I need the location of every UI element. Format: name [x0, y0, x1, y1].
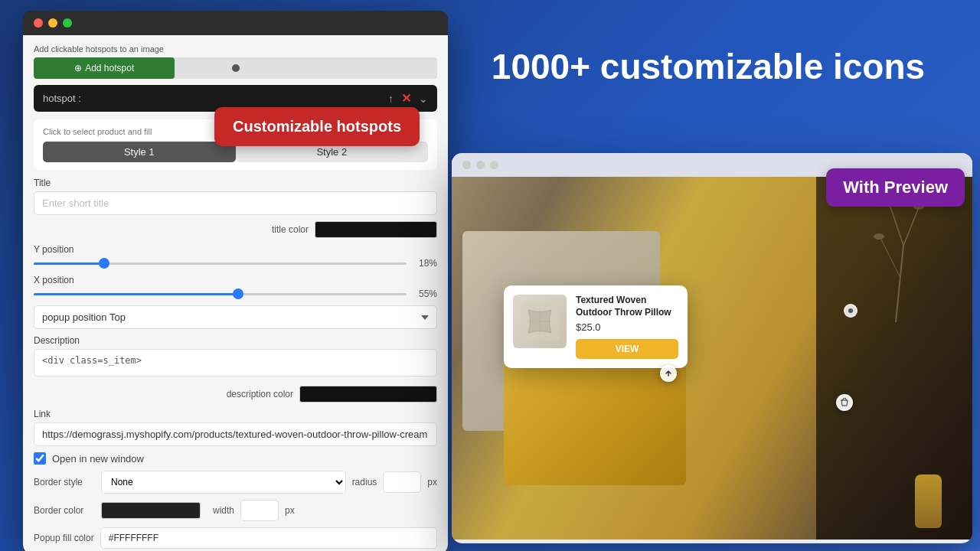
open-new-window-checkbox[interactable] — [34, 452, 46, 465]
border-style-label: Border style — [34, 477, 95, 487]
border-style-row: Border style None Solid Dashed radius px — [34, 471, 437, 494]
y-slider-container: 18% — [34, 258, 437, 269]
description-label: Description — [34, 335, 437, 346]
product-popup: Textured Woven Outdoor Throw Pillow $25.… — [504, 285, 688, 368]
preview-btn-2 — [476, 161, 485, 169]
link-label: Link — [34, 409, 437, 419]
description-color-row: description color — [34, 386, 437, 403]
right-section: 1000+ customizable icons — [436, 0, 980, 551]
add-hotspot-label: Add hotspot — [85, 63, 134, 73]
y-position-slider[interactable] — [34, 262, 407, 265]
link-input[interactable] — [34, 422, 437, 446]
title-label: Title — [34, 178, 437, 188]
hotspots-badge-text: Customizable hotspots — [233, 118, 401, 135]
bedroom-scene: Textured Woven Outdoor Throw Pillow $25.… — [452, 177, 972, 540]
svg-line-0 — [896, 246, 903, 322]
description-color-label: description color — [227, 389, 293, 399]
product-thumbnail — [513, 295, 567, 348]
svg-line-2 — [903, 207, 919, 246]
preview-badge: With Preview — [826, 168, 965, 207]
width-px: px — [285, 505, 295, 516]
minimize-button[interactable] — [48, 18, 57, 28]
popup-fill-input[interactable] — [100, 527, 437, 549]
x-position-value: 55% — [413, 289, 437, 299]
hotspot-dot-2[interactable] — [836, 394, 853, 411]
title-group: Title — [34, 178, 437, 215]
border-color-swatch[interactable] — [101, 502, 201, 519]
title-color-swatch[interactable] — [315, 221, 437, 238]
progress-label: Add clickable hotspots to an image — [34, 44, 437, 54]
preview-image: Textured Woven Outdoor Throw Pillow $25.… — [452, 177, 972, 540]
x-position-label: X position — [34, 275, 437, 285]
title-color-label: title color — [272, 224, 309, 235]
y-position-value: 18% — [413, 258, 437, 269]
vase — [915, 474, 942, 528]
radius-input[interactable] — [383, 471, 421, 493]
border-color-label: Border color — [34, 505, 95, 516]
preview-window: Textured Woven Outdoor Throw Pillow $25.… — [452, 153, 972, 543]
hotspot-delete-button[interactable]: ✕ — [401, 91, 411, 106]
mac-window: Add clickable hotspots to an image ⊕ Add… — [23, 11, 448, 551]
link-group: Link — [34, 409, 437, 446]
svg-line-3 — [880, 238, 900, 276]
progress-section: Add clickable hotspots to an image ⊕ Add… — [34, 44, 437, 79]
description-textarea[interactable]: <div class=s_item> — [34, 349, 437, 377]
mac-titlebar — [23, 11, 448, 35]
border-style-select[interactable]: None Solid Dashed — [101, 471, 346, 494]
description-group: Description <div class=s_item> — [34, 335, 437, 380]
hotspot-up-button[interactable]: ↑ — [388, 93, 394, 105]
progress-bar-container: ⊕ Add hotspot — [34, 57, 437, 79]
progress-dot — [232, 64, 240, 72]
popup-position-select[interactable]: popup position Top popup position Bottom — [34, 305, 437, 329]
hotspot-label: hotspot : — [43, 93, 81, 104]
title-color-row: title color — [34, 221, 437, 238]
preview-btn-1 — [462, 161, 471, 169]
popup-fill-row: Popup fill color — [34, 527, 437, 549]
open-new-window-row: Open in new window — [34, 452, 437, 465]
svg-line-1 — [888, 200, 903, 246]
headline: 1000+ customizable icons — [459, 46, 957, 88]
hotspots-badge: Customizable hotspots — [214, 107, 420, 146]
y-position-label: Y position — [34, 244, 437, 255]
view-button[interactable]: VIEW — [576, 339, 678, 359]
preview-btn-3 — [490, 161, 498, 169]
title-input[interactable] — [34, 191, 437, 215]
add-hotspot-icon: ⊕ — [74, 63, 82, 73]
style-tab-1[interactable]: Style 1 — [43, 142, 236, 162]
description-color-swatch[interactable] — [299, 386, 437, 403]
x-slider-container: 55% — [34, 289, 437, 299]
close-button[interactable] — [34, 18, 43, 28]
add-hotspot-button[interactable]: ⊕ Add hotspot — [34, 57, 175, 79]
hotspot-actions: ↑ ✕ ⌄ — [388, 91, 428, 106]
maximize-button[interactable] — [63, 18, 72, 28]
product-price: $25.0 — [576, 321, 678, 333]
open-new-window-label: Open in new window — [52, 453, 144, 465]
preview-badge-text: With Preview — [843, 178, 948, 197]
product-name: Textured Woven Outdoor Throw Pillow — [576, 295, 678, 318]
border-color-row: Border color width px — [34, 500, 437, 521]
width-label: width — [213, 505, 234, 516]
width-input[interactable] — [240, 500, 279, 521]
x-position-group: X position 55% — [34, 275, 437, 299]
x-position-slider[interactable] — [34, 293, 407, 295]
product-info: Textured Woven Outdoor Throw Pillow $25.… — [576, 295, 678, 359]
hotspot-expand-button[interactable]: ⌄ — [419, 93, 428, 105]
popup-position-group: popup position Top popup position Bottom — [34, 305, 437, 329]
popup-fill-label: Popup fill color — [34, 533, 94, 543]
y-position-group: Y position 18% — [34, 244, 437, 269]
radius-label: radius — [352, 477, 377, 487]
svg-point-6 — [874, 233, 884, 240]
